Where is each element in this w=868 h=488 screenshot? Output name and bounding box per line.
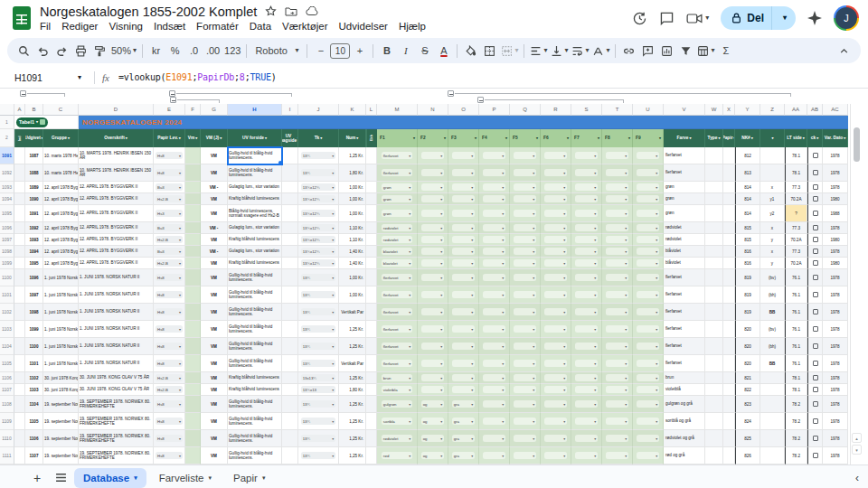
cell-dropdown[interactable]: ▾ — [544, 291, 568, 298]
cell-uv-bagside[interactable] — [282, 447, 298, 465]
cell-dropdown[interactable]: Hs8▾ — [156, 274, 183, 281]
column-letter-P[interactable]: P — [479, 104, 510, 116]
cell-f5[interactable]: ▾ — [510, 447, 541, 465]
cell-f8[interactable]: ▾ — [602, 430, 633, 447]
cell-dropdown[interactable]: ▾ — [544, 236, 568, 243]
cell-f7[interactable]: ▾ — [571, 447, 602, 465]
cell-dropdown[interactable]: ▾ — [575, 259, 599, 267]
checkbox[interactable] — [813, 249, 818, 254]
row-header-1094[interactable]: 1094 — [0, 193, 14, 205]
cell-f9[interactable]: ▾ — [633, 396, 664, 413]
cell-f9[interactable]: ▾ — [633, 430, 664, 447]
cell-dropdown[interactable]: Hs2-B▾ — [156, 386, 183, 393]
cell-type[interactable] — [705, 321, 723, 338]
comments-icon[interactable] — [659, 11, 675, 26]
cell-f3[interactable]: ▾ — [448, 182, 479, 193]
cell-dropdown[interactable]: ▾ — [483, 374, 506, 381]
cell-type[interactable] — [705, 413, 723, 430]
menu-indsæt[interactable]: Indsæt — [148, 20, 191, 33]
cell-dropdown[interactable]: ▾ — [606, 325, 629, 333]
cell-dropdown[interactable]: og▾ — [421, 452, 445, 459]
cell-gruppe[interactable]: 1. juni 1978 Norsk Natu — [43, 269, 79, 286]
cell-udgivet-id[interactable]: 1099 — [25, 321, 43, 338]
cell-dropdown[interactable]: ▾ — [575, 169, 599, 176]
cell-dropdown[interactable]: ▾ — [514, 400, 537, 408]
cell-f5[interactable]: ▾ — [510, 147, 541, 164]
cell-dropdown[interactable]: ▾ — [483, 418, 506, 425]
cell-f6[interactable]: ▾ — [541, 413, 571, 430]
cell-f5[interactable]: ▾ — [510, 258, 541, 269]
cell-f2[interactable]: ▾ — [418, 205, 448, 222]
row-header-1110[interactable]: 1110 — [0, 430, 14, 447]
cell-vmj[interactable]: VM — [201, 372, 228, 384]
cell-dropdown[interactable]: ▾ — [637, 418, 660, 425]
cell-vm[interactable] — [185, 413, 201, 430]
cell-num[interactable]: 1,10 Kr. — [339, 234, 366, 246]
cell-a[interactable] — [14, 269, 25, 286]
cell-f2[interactable]: ▾ — [418, 304, 448, 321]
cell-overskrift[interactable]: 12. APRIL 1978. BYGGVERK II — [79, 182, 154, 193]
cell-dropdown[interactable]: Bu3▾ — [156, 183, 183, 191]
cell-udgivet-id[interactable]: 1092 — [25, 222, 43, 234]
cell-dropdown[interactable]: ▾ — [606, 360, 629, 367]
cell-dropdown[interactable]: ▾ — [421, 183, 445, 191]
cell-dropdown[interactable]: ▾ — [544, 400, 568, 408]
cell-nk-sub[interactable]: (bh) — [760, 286, 785, 304]
cell-vm[interactable] — [185, 355, 201, 372]
cell-f8[interactable]: ▾ — [602, 193, 633, 205]
cell-tk[interactable]: 13¼▾ — [298, 413, 339, 430]
cell-vm[interactable] — [185, 164, 201, 182]
cell-vm[interactable] — [185, 372, 201, 384]
column-header-z[interactable]: ▾ — [760, 129, 785, 147]
cell-f9[interactable]: ▾ — [633, 447, 664, 465]
collapse-group-button[interactable] — [448, 90, 454, 97]
cell-f4[interactable]: ▾ — [479, 338, 510, 355]
cell-dropdown[interactable]: ▾ — [421, 152, 445, 159]
cell-dropdown[interactable]: ▾ — [452, 236, 476, 243]
cell-type[interactable] — [705, 396, 723, 413]
cell-dropdown[interactable]: ▾ — [483, 400, 506, 408]
cell-dropdown[interactable]: gulgrøn▾ — [382, 400, 412, 408]
cell-gruppe[interactable]: 10. marts 1978 Henrik Ibse — [43, 164, 79, 182]
cell-uv-bagside[interactable] — [282, 193, 298, 205]
cell-uv-forside[interactable]: Gulagtig lum., stor variation — [228, 222, 282, 234]
vertical-scrollbar[interactable]: ▴ ▾ — [850, 104, 863, 465]
cell-farve[interactable]: violetblå — [664, 384, 705, 396]
cell-overskrift[interactable]: 10. MARTS 1978. HENRIK IBSEN 150 ÅR — [79, 164, 154, 182]
cell-f8[interactable]: ▾ — [602, 222, 633, 234]
cell-f6[interactable]: ▾ — [541, 286, 571, 304]
cell-nk-sub[interactable]: x — [760, 182, 785, 193]
cell-ekh[interactable] — [366, 193, 377, 205]
cell-xpapir[interactable] — [723, 234, 735, 246]
cell-dropdown[interactable]: Hs8▾ — [156, 435, 183, 442]
cell-farve[interactable]: grøn — [664, 205, 705, 222]
cell-checkbox[interactable] — [807, 430, 823, 447]
cell-var-dato[interactable]: 1978 — [823, 222, 848, 234]
cell-f2[interactable]: og▾ — [418, 413, 448, 430]
cell-uv-bagside[interactable] — [282, 258, 298, 269]
cell-dropdown[interactable]: Hs8▾ — [156, 308, 183, 315]
cell-papir[interactable]: Hs8▾ — [154, 413, 185, 430]
cell-vmj[interactable]: VM — [201, 396, 228, 413]
cell-checkbox[interactable] — [807, 396, 823, 413]
sheet-tab-caret-icon[interactable]: ▾ — [262, 474, 266, 481]
cell-var-dato[interactable]: 1978 — [823, 396, 848, 413]
cell-num[interactable]: 1,40 Kr. — [339, 258, 366, 269]
column-letter-S[interactable]: S — [571, 104, 602, 116]
cell-dropdown[interactable]: ▾ — [514, 360, 537, 367]
cell-uv-forside[interactable]: Gullig-hvid til blålig-hvid luminescens. — [228, 396, 282, 413]
cell-vmj[interactable]: VM — [201, 338, 228, 355]
row-header-1106[interactable]: 1106 — [0, 372, 14, 384]
cell-udgivet-id[interactable]: 1096 — [25, 269, 43, 286]
print-button[interactable] — [71, 41, 90, 61]
cell-f7[interactable]: ▾ — [571, 205, 602, 222]
cell-dropdown[interactable]: 13¾x12¾▾ — [301, 248, 336, 255]
cell-dropdown[interactable]: 13¼▾ — [301, 274, 336, 281]
cell-dropdown[interactable]: Bu3▾ — [156, 248, 183, 255]
cell-papir[interactable]: Hs8▾ — [154, 286, 185, 304]
cell-farve[interactable]: flerfarvet — [664, 147, 705, 164]
cell-farve[interactable]: flerfarvet — [664, 269, 705, 286]
cell-f8[interactable]: ▾ — [602, 269, 633, 286]
cell-f6[interactable]: ▾ — [541, 164, 571, 182]
cell-type[interactable] — [705, 258, 723, 269]
